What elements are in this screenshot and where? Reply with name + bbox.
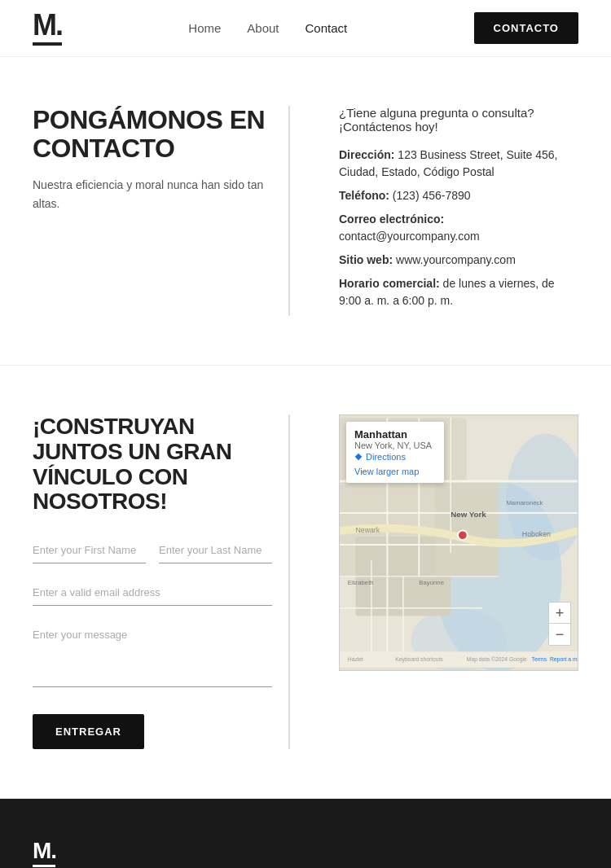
map-container: Newark New York Bloomfield Mamaroneck Ho… <box>339 414 578 671</box>
map-place-name: Manhattan <box>354 428 436 441</box>
svg-text:Newark: Newark <box>355 526 380 534</box>
svg-text:Map data ©2024 Google: Map data ©2024 Google <box>467 656 527 663</box>
map-zoom-out[interactable]: − <box>549 624 570 645</box>
nav-cta-button[interactable]: CONTACTO <box>474 12 578 44</box>
logo: M. <box>33 11 62 46</box>
svg-rect-6 <box>435 481 499 576</box>
email-row <box>33 580 272 606</box>
map-zoom-controls: + − <box>548 602 571 646</box>
svg-text:New York: New York <box>451 510 486 519</box>
svg-point-18 <box>458 530 468 540</box>
svg-text:Bayonne: Bayonne <box>419 579 444 586</box>
svg-text:Hoboken: Hoboken <box>522 530 551 538</box>
footer-logo: M. <box>33 840 578 867</box>
last-name-input[interactable] <box>159 537 272 563</box>
hero-subtitle: Nuestra eficiencia y moral nunca han sid… <box>33 176 272 213</box>
phone-line: Teléfono: (123) 456-7890 <box>339 187 578 204</box>
message-row <box>33 622 272 706</box>
svg-text:Report a map error: Report a map error <box>550 656 578 663</box>
email-line: Correo electrónico: contact@yourcompany.… <box>339 211 578 245</box>
submit-button[interactable]: ENTREGAR <box>33 714 144 749</box>
contact-intro: ¿Tiene alguna pregunta o consulta? ¡Cont… <box>339 106 578 134</box>
map-overlay-card: Manhattan New York, NY, USA Directions V… <box>346 422 444 483</box>
email-input[interactable] <box>33 580 272 606</box>
svg-text:Hazlet: Hazlet <box>348 656 363 662</box>
message-input[interactable] <box>33 622 272 687</box>
svg-text:Keyboard shortcuts: Keyboard shortcuts <box>395 656 443 663</box>
form-title: ¡CONSTRUYAN JUNTOS UN GRAN VÍNCULO CON N… <box>33 414 272 515</box>
right-panel: ¿Tiene alguna pregunta o consulta? ¡Cont… <box>323 106 578 316</box>
name-row <box>33 537 272 563</box>
form-section: ¡CONSTRUYAN JUNTOS UN GRAN VÍNCULO CON N… <box>33 414 290 749</box>
svg-text:Mamaroneck: Mamaroneck <box>506 499 543 506</box>
left-panel: PONGÁMONOS EN CONTACTO Nuestra eficienci… <box>33 106 290 316</box>
hours-line: Horario comercial: de lunes a viernes, d… <box>339 275 578 309</box>
svg-text:Terms: Terms <box>532 656 547 662</box>
hero-title: PONGÁMONOS EN CONTACTO <box>33 106 272 163</box>
map-place-sub: New York, NY, USA <box>354 441 436 450</box>
map-directions-btn[interactable]: Directions <box>354 452 406 462</box>
top-section: PONGÁMONOS EN CONTACTO Nuestra eficienci… <box>0 57 611 366</box>
bottom-section: ¡CONSTRUYAN JUNTOS UN GRAN VÍNCULO CON N… <box>0 366 611 799</box>
address-line: Dirección: 123 Business Street, Suite 45… <box>339 147 578 181</box>
contact-info: Dirección: 123 Business Street, Suite 45… <box>339 147 578 309</box>
first-name-input[interactable] <box>33 537 146 563</box>
nav-home[interactable]: Home <box>188 21 221 35</box>
nav-about[interactable]: About <box>247 21 279 35</box>
nav-contact[interactable]: Contact <box>306 21 348 35</box>
map-larger-link[interactable]: View larger map <box>354 467 436 476</box>
logo-text: M. <box>33 8 62 42</box>
nav-links: Home About Contact <box>188 21 347 35</box>
svg-text:Elizabeth: Elizabeth <box>348 579 374 586</box>
footer: M. DIRECCIÓN 123 Business Street, Suite … <box>0 799 611 868</box>
navbar: M. Home About Contact CONTACTO <box>0 0 611 57</box>
map-section: Newark New York Bloomfield Mamaroneck Ho… <box>323 414 578 749</box>
web-line: Sitio web: www.yourcompany.com <box>339 252 578 269</box>
map-zoom-in[interactable]: + <box>549 603 570 624</box>
